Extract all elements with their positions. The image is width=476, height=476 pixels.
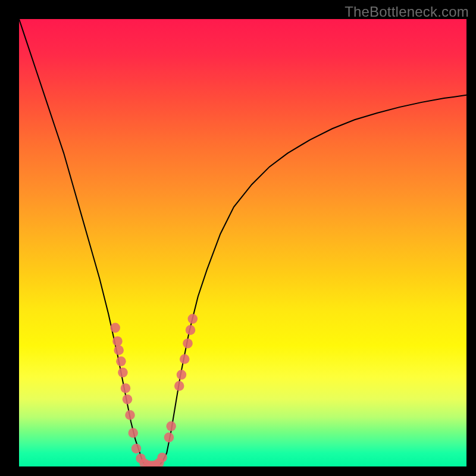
watermark-text: TheBottleneck.com [345,4,469,20]
chart-frame: TheBottleneck.com [0,0,476,476]
marker-dot [177,370,187,380]
marker-dot [188,314,198,324]
marker-dot [121,383,131,393]
curve-markers [110,314,198,466]
marker-dot [164,433,174,443]
marker-dot [118,368,128,378]
marker-dot [110,323,120,333]
marker-dot [183,339,193,349]
marker-dot [131,444,142,454]
marker-dot [112,336,123,346]
marker-dot [157,453,167,463]
marker-dot [123,394,133,405]
marker-dot [186,325,196,335]
marker-dot [166,421,176,431]
marker-dot [125,410,135,420]
marker-dot [116,356,126,367]
curve-path [19,19,466,466]
curve-line [19,19,466,466]
marker-dot [180,354,190,364]
marker-dot [114,345,124,355]
marker-dot [174,381,184,391]
marker-dot [128,428,138,438]
chart-plot-area [19,19,466,466]
chart-svg [19,19,466,466]
